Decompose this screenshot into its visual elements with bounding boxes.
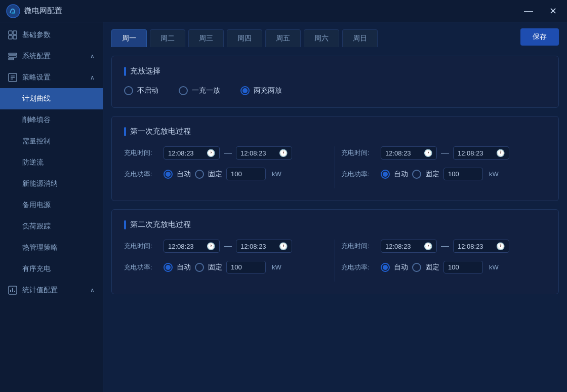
radio-label-two-charge: 两充两放 <box>254 86 282 95</box>
second-left-fixed-circle <box>195 263 204 272</box>
second-process-right: 充电时间: 🕐 — 🕐 充电功率: <box>335 240 546 282</box>
clock-icon-1: 🕐 <box>207 149 215 157</box>
second-right-power-input[interactable] <box>443 261 483 273</box>
first-left-auto-label: 自动 <box>177 170 191 179</box>
second-right-time-start-field[interactable] <box>385 243 421 250</box>
second-left-auto-radio[interactable]: 自动 <box>164 263 191 272</box>
svg-rect-1 <box>9 31 12 34</box>
first-left-power-label: 充电功率: <box>124 170 159 179</box>
first-right-fixed-label: 固定 <box>425 170 439 179</box>
save-button[interactable]: 保存 <box>520 28 559 46</box>
sidebar-item-new-energy[interactable]: 新能源消纳 <box>0 173 103 194</box>
first-right-time-start-input[interactable]: 🕐 <box>381 146 437 160</box>
sidebar-item-thermal-mgmt[interactable]: 热管理策略 <box>0 237 103 258</box>
sidebar-label-new-energy: 新能源消纳 <box>22 179 58 188</box>
first-right-auto-radio[interactable]: 自动 <box>381 170 408 179</box>
first-left-time-end-field[interactable] <box>240 149 276 157</box>
second-right-fixed-circle <box>412 263 421 272</box>
app-title: 微电网配置 <box>24 6 62 16</box>
clock-icon-6: 🕐 <box>279 242 288 250</box>
sidebar-item-basic-params[interactable]: 基础参数 <box>0 24 103 46</box>
tab-thursday[interactable]: 周四 <box>227 29 262 47</box>
first-right-fixed-radio[interactable]: 固定 <box>412 170 439 179</box>
second-left-power-unit: kW <box>272 263 281 271</box>
sidebar-item-stats-config[interactable]: 统计值配置 ∧ <box>0 280 103 301</box>
sidebar-label-ordered-charge: 有序充电 <box>22 264 51 273</box>
sidebar-label-basic-params: 基础参数 <box>22 30 51 40</box>
sidebar-item-strategy[interactable]: 策略设置 ∧ <box>0 67 103 88</box>
second-right-power-label: 充电功率: <box>341 263 377 272</box>
dash-3: — <box>224 242 232 251</box>
second-left-time-start-field[interactable] <box>168 243 204 250</box>
first-left-time-label: 充电时间: <box>124 148 159 158</box>
svg-rect-3 <box>9 35 12 39</box>
main-layout: 基础参数 系统配置 ∧ 策略设置 ∧ 计划曲线 <box>0 22 567 392</box>
sidebar-label-demand-control: 需量控制 <box>22 137 51 146</box>
first-left-time-end-input[interactable]: 🕐 <box>236 146 292 160</box>
first-left-power-unit: kW <box>272 170 281 178</box>
tab-tuesday[interactable]: 周二 <box>150 29 185 47</box>
second-left-auto-label: 自动 <box>177 263 191 272</box>
radio-one-charge[interactable]: 一充一放 <box>179 86 220 95</box>
first-right-power-field[interactable] <box>448 170 478 178</box>
first-right-time-end-input[interactable]: 🕐 <box>453 146 509 160</box>
radio-no-start[interactable]: 不启动 <box>124 86 158 95</box>
tab-friday[interactable]: 周五 <box>265 29 301 47</box>
second-left-power-field[interactable] <box>231 263 261 271</box>
tab-sunday[interactable]: 周日 <box>342 29 378 47</box>
sidebar-item-system-config[interactable]: 系统配置 ∧ <box>0 46 103 67</box>
tab-monday[interactable]: 周一 <box>111 29 147 47</box>
minimize-button[interactable]: — <box>520 4 537 18</box>
sidebar-item-backup-power[interactable]: 备用电源 <box>0 194 103 216</box>
second-left-fixed-label: 固定 <box>208 263 222 272</box>
second-process-title: 第二次充放电过程 <box>124 220 546 229</box>
second-right-time-end-input[interactable]: 🕐 <box>453 240 509 253</box>
second-left-fixed-radio[interactable]: 固定 <box>195 263 222 272</box>
chevron-icon-strategy: ∧ <box>90 74 95 81</box>
content-area: 周一 周二 周三 周四 周五 周六 周日 保存 充放选择 不启动 <box>103 22 567 392</box>
second-right-auto-radio[interactable]: 自动 <box>381 263 408 272</box>
first-right-power-input[interactable] <box>443 168 483 180</box>
sidebar-item-peak-valley[interactable]: 削峰填谷 <box>0 109 103 131</box>
svg-rect-7 <box>9 58 14 60</box>
first-right-power-label: 充电功率: <box>341 170 377 179</box>
sidebar-item-ordered-charge[interactable]: 有序充电 <box>0 258 103 280</box>
second-left-time-start-input[interactable]: 🕐 <box>164 240 220 253</box>
first-left-auto-radio[interactable]: 自动 <box>164 170 191 179</box>
second-left-time-end-field[interactable] <box>240 243 276 250</box>
first-right-time-start-field[interactable] <box>385 149 421 157</box>
clock-icon-4: 🕐 <box>496 149 505 157</box>
first-left-time-start-input[interactable]: 🕐 <box>164 146 220 160</box>
close-button[interactable]: ✕ <box>545 4 561 19</box>
sidebar-item-load-tracking[interactable]: 负荷跟踪 <box>0 216 103 237</box>
tab-saturday[interactable]: 周六 <box>304 29 339 47</box>
app-logo-icon <box>6 4 20 18</box>
first-left-power-row: 充电功率: 自动 固定 k <box>124 168 329 180</box>
svg-rect-5 <box>9 53 17 55</box>
first-left-time-start-field[interactable] <box>168 149 204 157</box>
second-process-cols: 充电时间: 🕐 — 🕐 充电功率: <box>124 240 546 282</box>
first-left-power-field[interactable] <box>231 170 261 178</box>
sidebar-item-plan-curve[interactable]: 计划曲线 <box>0 88 103 109</box>
sidebar-label-anti-backflow: 防逆流 <box>22 158 44 167</box>
first-right-auto-label: 自动 <box>394 170 408 179</box>
radio-circle-two-charge <box>240 86 250 95</box>
first-left-fixed-radio[interactable]: 固定 <box>195 170 222 179</box>
first-left-fixed-circle <box>195 170 204 179</box>
sidebar-item-anti-backflow[interactable]: 防逆流 <box>0 152 103 173</box>
clock-icon-7: 🕐 <box>424 242 432 250</box>
tab-wednesday[interactable]: 周三 <box>188 29 224 47</box>
second-left-time-row: 充电时间: 🕐 — 🕐 <box>124 240 329 253</box>
second-right-fixed-radio[interactable]: 固定 <box>412 263 439 272</box>
second-left-time-end-input[interactable]: 🕐 <box>236 240 292 253</box>
clock-icon-3: 🕐 <box>424 149 432 157</box>
first-right-time-end-field[interactable] <box>458 149 493 157</box>
second-left-power-input[interactable] <box>226 261 266 273</box>
second-right-time-start-input[interactable]: 🕐 <box>381 240 437 253</box>
first-left-power-input[interactable] <box>226 168 266 180</box>
second-right-power-field[interactable] <box>448 263 478 271</box>
sidebar-item-demand-control[interactable]: 需量控制 <box>0 131 103 152</box>
radio-two-charge[interactable]: 两充两放 <box>240 86 282 95</box>
second-right-power-unit: kW <box>489 263 499 271</box>
second-right-time-end-field[interactable] <box>458 243 493 250</box>
